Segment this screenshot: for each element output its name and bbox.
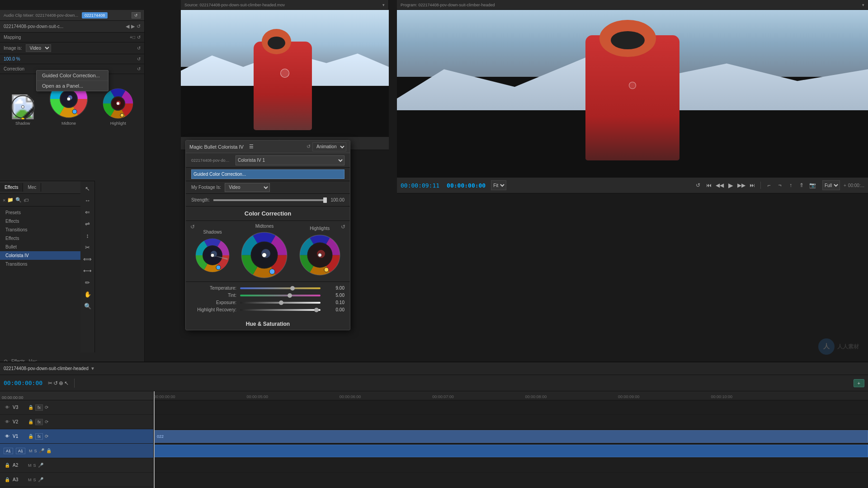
shadows-wheel-svg[interactable] — [194, 237, 231, 273]
v3-lock-btn[interactable]: 🔒 — [28, 405, 33, 410]
v3-fx-btn[interactable]: fx — [35, 404, 43, 411]
preset-select[interactable]: Colorista IV 1 — [236, 155, 344, 165]
timeline-timecode[interactable]: 00:00:00:00 — [4, 380, 42, 386]
v2-eye-btn[interactable]: 👁 — [4, 419, 11, 424]
a1-toggle2-btn[interactable]: A1 — [16, 448, 25, 454]
colorista-history-btn[interactable]: ↺ — [307, 142, 311, 151]
prog-lift-btn[interactable]: ↑ — [786, 181, 795, 190]
a3-lock-icon[interactable]: 🔒 — [4, 477, 11, 482]
prog-loop-btn[interactable]: ↺ — [693, 181, 703, 190]
tool-razor-btn[interactable]: ✂ — [82, 242, 93, 253]
pct-reset-btn[interactable]: ↺ — [137, 56, 141, 61]
guided-color-correction-btn[interactable]: Guided Color Correction... — [191, 169, 344, 179]
program-close-btn[interactable]: ▾ — [862, 3, 864, 7]
v1-eye-btn[interactable]: 👁 — [4, 434, 11, 439]
prog-go-start-btn[interactable]: ⏮ — [704, 181, 713, 190]
a2-s-btn[interactable]: S — [33, 463, 36, 468]
a3-s-btn[interactable]: S — [33, 478, 36, 482]
tool-slide-btn[interactable]: ⟷ — [82, 265, 93, 276]
v1-clip[interactable]: 022 — [154, 430, 868, 443]
wheels-reset-left-btn[interactable]: ↺ — [189, 223, 197, 231]
fit-select[interactable]: Fit — [491, 180, 506, 190]
a1-s-btn[interactable]: S — [34, 449, 37, 453]
prog-step-fwd-btn[interactable]: ▶▶ — [737, 181, 746, 190]
tab-mec[interactable]: Mec — [23, 183, 41, 192]
colorista-anim-select[interactable]: Animation — [312, 142, 346, 151]
v3-sync-btn[interactable]: ⟳ — [45, 405, 48, 410]
image-is-reset-btn[interactable]: ↺ — [137, 46, 141, 51]
tl-scissors-btn[interactable]: ✂ — [48, 380, 52, 386]
source-close-btn[interactable]: ▾ — [382, 3, 385, 7]
tool-ripple-btn[interactable]: ⇐ — [82, 206, 93, 217]
effects-item-transitions[interactable]: Transitions — [0, 225, 90, 234]
strength-slider[interactable] — [213, 199, 327, 201]
shadow-wheel[interactable] — [10, 94, 35, 119]
v2-sync-btn[interactable]: ⟳ — [45, 419, 48, 424]
prog-go-end-btn[interactable]: ⏭ — [748, 181, 757, 190]
v3-eye-btn[interactable]: 👁 — [4, 405, 11, 410]
prog-export-btn[interactable]: 📷 — [808, 181, 817, 190]
a3-m-btn[interactable]: M — [28, 478, 32, 482]
tool-move-btn[interactable]: ↔ — [82, 195, 93, 206]
exposure-slider[interactable] — [240, 302, 321, 304]
tl-magnet-btn[interactable]: ⊕ — [59, 380, 63, 386]
reset-clip-btn[interactable]: ↺ — [132, 12, 141, 19]
tool-slip-btn[interactable]: ⟺ — [82, 253, 93, 264]
tab-effects[interactable]: Effects — [0, 183, 23, 192]
prog-step-back-btn[interactable]: ◀◀ — [715, 181, 724, 190]
temperature-slider[interactable] — [240, 287, 321, 289]
effects-search-btn[interactable]: 🔍 — [15, 197, 22, 203]
mapping-reset-btn[interactable]: ↺ — [137, 35, 141, 40]
v2-fx-btn[interactable]: fx — [35, 419, 43, 425]
midtones-wheel-svg[interactable] — [241, 231, 288, 279]
a1-toggle-btn[interactable]: A1 — [4, 448, 13, 454]
v1-sync-btn[interactable]: ⟳ — [45, 434, 48, 439]
effects-close-btn[interactable]: × — [3, 197, 5, 203]
effects-item-transitions2[interactable]: Transitions — [0, 260, 90, 268]
tool-zoom-btn[interactable]: 🔍 — [82, 300, 93, 311]
v1-lock-btn[interactable]: 🔒 — [28, 434, 33, 439]
dropdown-item-panel[interactable]: Open as a Panel... — [37, 81, 108, 91]
highlight-recovery-slider[interactable] — [240, 309, 321, 311]
panel-reset-btn[interactable]: ↺ — [137, 23, 141, 29]
colorista-menu-icon[interactable]: ☰ — [249, 144, 254, 150]
tl-ripple-btn[interactable]: ↺ — [53, 380, 58, 386]
mapping-plus-btn[interactable]: +□ — [130, 35, 135, 40]
panel-arrow-right[interactable]: ▶ — [131, 23, 135, 29]
a1-lock-btn[interactable]: 🔒 — [46, 448, 52, 453]
tool-hand-btn[interactable]: ✋ — [82, 289, 93, 300]
tool-rate-btn[interactable]: ↕ — [82, 230, 93, 241]
footage-select[interactable]: Video — [225, 183, 270, 192]
highlights-wheel-svg[interactable] — [298, 234, 341, 277]
effects-item-colorista[interactable]: Colorista IV — [0, 251, 90, 260]
image-is-select[interactable]: Video — [26, 44, 51, 52]
a2-lock-icon[interactable]: 🔒 — [4, 463, 11, 468]
v1-fx-btn[interactable]: fx — [35, 433, 43, 440]
correction-reset-btn[interactable]: ↺ — [137, 66, 141, 71]
prog-plus-btn[interactable]: + — [844, 183, 846, 188]
prog-play-btn[interactable]: ▶ — [726, 181, 735, 190]
tl-select-btn[interactable]: ↖ — [64, 380, 69, 386]
tool-roll-btn[interactable]: ⇌ — [82, 218, 93, 229]
tool-pen-btn[interactable]: ✏ — [82, 277, 93, 288]
a3-mic-btn[interactable]: 🎤 — [38, 477, 43, 482]
a1-mic-btn[interactable]: 🎤 — [39, 448, 44, 453]
prog-mark-out-btn[interactable]: ¬ — [775, 181, 784, 190]
prog-extract-btn[interactable]: ⇑ — [797, 181, 806, 190]
tool-select-btn[interactable]: ↖ — [82, 183, 93, 194]
highlight-wheel[interactable] — [102, 88, 134, 119]
a2-m-btn[interactable]: M — [28, 463, 32, 468]
effects-tag-btn[interactable]: 🏷 — [24, 197, 28, 203]
effects-item-effects[interactable]: Effects — [0, 217, 90, 225]
a2-mic-btn[interactable]: 🎤 — [38, 463, 43, 468]
tl-add-track-btn[interactable]: + — [854, 379, 864, 387]
tint-slider[interactable] — [240, 295, 321, 296]
effects-item-effects2[interactable]: Effects — [0, 234, 90, 243]
dropdown-item-guided[interactable]: Guided Color Correction... — [37, 70, 108, 81]
panel-arrow-left[interactable]: ◀ — [126, 23, 129, 29]
a1-clip[interactable] — [154, 445, 868, 457]
wheels-reset-right-btn[interactable]: ↺ — [339, 223, 347, 231]
prog-mark-in-btn[interactable]: ⌐ — [764, 181, 774, 190]
v2-lock-btn[interactable]: 🔒 — [28, 419, 33, 424]
effects-item-bullet[interactable]: Bullet — [0, 243, 90, 251]
